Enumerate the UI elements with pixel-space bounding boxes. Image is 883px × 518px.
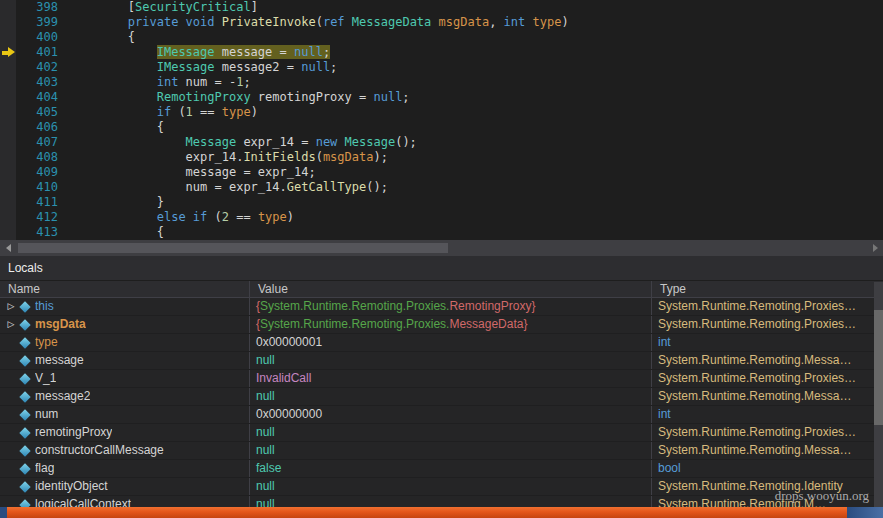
code-line-405[interactable]: 405 if (1 == type) <box>0 105 883 120</box>
current-line-highlight: IMessage message = null; <box>157 45 330 59</box>
column-header-name[interactable]: Name <box>0 281 250 297</box>
name-cell[interactable]: ▷constructorCallMessage <box>0 442 250 459</box>
vertical-scroll-thumb[interactable] <box>874 310 883 425</box>
breakpoint-gutter[interactable] <box>0 45 16 60</box>
breakpoint-gutter[interactable] <box>0 225 16 240</box>
name-cell[interactable]: ▷msgData <box>0 316 250 333</box>
editor-horizontal-scrollbar[interactable] <box>0 240 883 256</box>
breakpoint-gutter[interactable] <box>0 60 16 75</box>
type-cell[interactable]: int <box>652 334 883 351</box>
breakpoint-gutter[interactable] <box>0 0 16 15</box>
column-header-type[interactable]: Type <box>652 281 883 297</box>
name-cell[interactable]: ▷remotingProxy <box>0 424 250 441</box>
locals-row-identityObject[interactable]: ▷identityObjectnullSystem.Runtime.Remoti… <box>0 478 883 496</box>
name-cell[interactable]: ▷identityObject <box>0 478 250 495</box>
code-line-412[interactable]: 412 else if (2 == type) <box>0 210 883 225</box>
horizontal-scroll-thumb[interactable] <box>18 243 448 253</box>
line-number: 399 <box>16 15 70 30</box>
value-cell[interactable]: false <box>250 460 652 477</box>
value-token: } <box>531 299 535 313</box>
value-cell[interactable]: null <box>250 478 652 495</box>
code-line-407[interactable]: 407 Message expr_14 = new Message(); <box>0 135 883 150</box>
line-number: 409 <box>16 165 70 180</box>
code-token: == <box>229 210 258 224</box>
value-cell[interactable]: null <box>250 352 652 369</box>
type-cell[interactable]: System.Runtime.Remoting.Proxies… <box>652 370 883 387</box>
code-line-408[interactable]: 408 expr_14.InitFields(msgData); <box>0 150 883 165</box>
scroll-right-button[interactable] <box>867 240 883 256</box>
code-token: ] <box>251 0 258 14</box>
breakpoint-gutter[interactable] <box>0 150 16 165</box>
type-cell[interactable]: int <box>652 406 883 423</box>
type-cell[interactable]: System.Runtime.Remoting.Messa… <box>652 442 883 459</box>
locals-row-V_1[interactable]: ▷V_1InvalidCallSystem.Runtime.Remoting.P… <box>0 370 883 388</box>
type-cell[interactable]: System.Runtime.Remoting.Proxies… <box>652 316 883 333</box>
code-line-400[interactable]: 400 { <box>0 30 883 45</box>
breakpoint-gutter[interactable] <box>0 210 16 225</box>
locals-row-num[interactable]: ▷num0x00000000int <box>0 406 883 424</box>
scroll-left-button[interactable] <box>0 240 16 256</box>
locals-row-type[interactable]: ▷type0x00000001int <box>0 334 883 352</box>
locals-row-remotingProxy[interactable]: ▷remotingProxynullSystem.Runtime.Remotin… <box>0 424 883 442</box>
type-cell[interactable]: System.Runtime.Remoting.Proxies… <box>652 424 883 441</box>
breakpoint-gutter[interactable] <box>0 105 16 120</box>
code-line-404[interactable]: 404 RemotingProxy remotingProxy = null; <box>0 90 883 105</box>
code-token <box>215 15 222 29</box>
locals-row-msgData[interactable]: ▷msgData{System.Runtime.Remoting.Proxies… <box>0 316 883 334</box>
locals-row-flag[interactable]: ▷flagfalsebool <box>0 460 883 478</box>
breakpoint-gutter[interactable] <box>0 90 16 105</box>
code-token: num = expr_14. <box>186 180 287 194</box>
code-line-401[interactable]: 401 IMessage message = null; <box>0 45 883 60</box>
code-line-410[interactable]: 410 num = expr_14.GetCallType(); <box>0 180 883 195</box>
locals-row-this[interactable]: ▷this{System.Runtime.Remoting.Proxies.Re… <box>0 298 883 316</box>
code-line-411[interactable]: 411 } <box>0 195 883 210</box>
code-line-402[interactable]: 402 IMessage message2 = null; <box>0 60 883 75</box>
value-cell[interactable]: null <box>250 424 652 441</box>
value-cell[interactable]: {System.Runtime.Remoting.Proxies.Remotin… <box>250 298 652 315</box>
name-cell[interactable]: ▷this <box>0 298 250 315</box>
name-cell[interactable]: ▷message2 <box>0 388 250 405</box>
expander-icon[interactable]: ▷ <box>5 298 17 315</box>
breakpoint-gutter[interactable] <box>0 75 16 90</box>
value-cell[interactable]: null <box>250 388 652 405</box>
type-cell[interactable]: System.Runtime.Remoting.Messa… <box>652 388 883 405</box>
breakpoint-gutter[interactable] <box>0 165 16 180</box>
variable-name: type <box>35 334 58 351</box>
name-cell[interactable]: ▷num <box>0 406 250 423</box>
watermark: drops.wooyun.org <box>775 488 869 504</box>
name-cell[interactable]: ▷flag <box>0 460 250 477</box>
code-line-403[interactable]: 403 int num = -1; <box>0 75 883 90</box>
code-token: null <box>294 45 323 59</box>
value-cell[interactable]: null <box>250 442 652 459</box>
value-cell[interactable]: {System.Runtime.Remoting.Proxies.Message… <box>250 316 652 333</box>
name-cell[interactable]: ▷V_1 <box>0 370 250 387</box>
locals-row-constructorCallMessage[interactable]: ▷constructorCallMessagenullSystem.Runtim… <box>0 442 883 460</box>
breakpoint-gutter[interactable] <box>0 30 16 45</box>
breakpoint-gutter[interactable] <box>0 180 16 195</box>
code-token: IMessage <box>157 45 215 59</box>
column-header-value[interactable]: Value <box>250 281 652 297</box>
code-line-406[interactable]: 406 { <box>0 120 883 135</box>
locals-row-message2[interactable]: ▷message2nullSystem.Runtime.Remoting.Mes… <box>0 388 883 406</box>
breakpoint-gutter[interactable] <box>0 120 16 135</box>
value-cell[interactable]: 0x00000000 <box>250 406 652 423</box>
value-cell[interactable]: InvalidCall <box>250 370 652 387</box>
value-cell[interactable]: 0x00000001 <box>250 334 652 351</box>
code-line-399[interactable]: 399 private void PrivateInvoke(ref Messa… <box>0 15 883 30</box>
type-cell[interactable]: System.Runtime.Remoting.Proxies… <box>652 298 883 315</box>
breakpoint-gutter[interactable] <box>0 15 16 30</box>
name-cell[interactable]: ▷type <box>0 334 250 351</box>
locals-row-message[interactable]: ▷messagenullSystem.Runtime.Remoting.Mess… <box>0 352 883 370</box>
variable-icon <box>19 355 30 366</box>
locals-vertical-scrollbar[interactable] <box>874 282 883 518</box>
type-cell[interactable]: System.Runtime.Remoting.Messa… <box>652 352 883 369</box>
expander-icon[interactable]: ▷ <box>5 316 17 333</box>
name-cell[interactable]: ▷message <box>0 352 250 369</box>
code-line-398[interactable]: 398 [SecurityCritical] <box>0 0 883 15</box>
breakpoint-gutter[interactable] <box>0 135 16 150</box>
type-cell[interactable]: bool <box>652 460 883 477</box>
code-editor[interactable]: 398 [SecurityCritical]399 private void P… <box>0 0 883 240</box>
breakpoint-gutter[interactable] <box>0 195 16 210</box>
code-line-413[interactable]: 413 { <box>0 225 883 240</box>
code-line-409[interactable]: 409 message = expr_14; <box>0 165 883 180</box>
